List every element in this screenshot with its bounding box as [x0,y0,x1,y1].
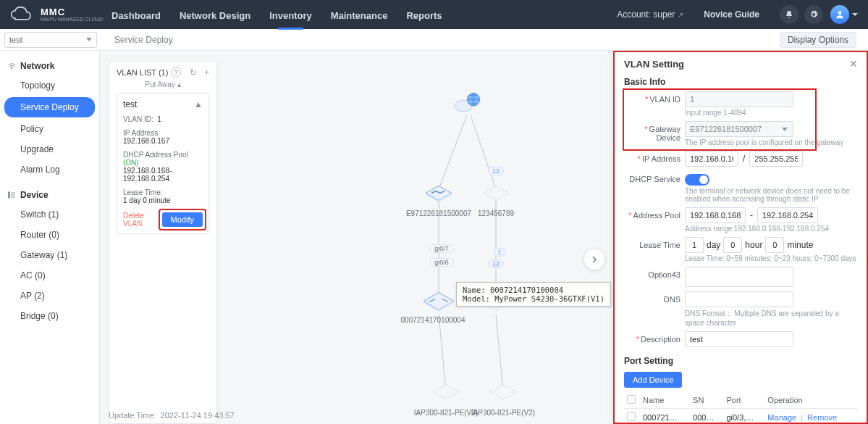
account-label[interactable]: Account: super ↗ [617,9,683,20]
vlan-setting-panel: VLAN Setting ✕ Basic Info *VLAN ID Input… [613,51,868,424]
link-badge-1: 1 [493,248,505,257]
help-icon[interactable]: ? [171,67,181,78]
basic-info-title: Basic Info [624,77,858,87]
sidebar-item-service-deploy[interactable]: Service Deploy [4,97,95,117]
link-badge-12a: 12 [488,167,504,175]
remove-link[interactable]: Remove [807,413,837,422]
sidebar-item-ac[interactable]: AC (0) [0,265,99,286]
add-icon[interactable]: + [204,67,209,78]
link-badge-12b: 12 [488,259,504,268]
dhcp-toggle[interactable] [685,174,709,186]
sidebar-item-upgrade[interactable]: Upgrade [0,139,99,159]
gateway-select[interactable] [685,121,793,137]
chevron-up-icon[interactable]: ▲ [194,99,203,109]
refresh-icon[interactable]: ↻ [190,67,197,78]
gear-icon[interactable] [804,5,823,24]
lease-hint: Lease Time: 0~59 minutes; 0~23 hours; 0~… [685,254,858,262]
sidebar-group-device[interactable]: Device [0,186,99,204]
svg-point-0 [838,11,842,14]
expand-panel-button[interactable] [584,249,604,270]
mask-input[interactable] [749,151,803,167]
ap2-label: IAP300-821-PE(V2) [471,409,535,417]
dns-hint: DNS Format： Multiple DNS are separated b… [685,309,858,327]
put-away-toggle[interactable]: Put Away [117,80,209,88]
sidebar-group-network[interactable]: Network [0,57,99,75]
menu-network-design[interactable]: Network Design [180,3,250,27]
ap-node-1-icon[interactable] [430,379,462,403]
dns-input[interactable] [685,291,793,307]
svg-rect-2 [9,192,10,194]
sidebar-item-router[interactable]: Router (0) [0,225,99,245]
lease-min-input[interactable] [765,237,784,253]
vlan-id-input[interactable] [685,91,793,107]
bell-icon[interactable] [780,5,799,24]
svg-marker-20 [424,293,454,310]
svg-marker-25 [490,385,516,399]
vlan-list-title: VLAN LIST (1) [117,68,168,77]
page-body: Network Topology Service Deploy Policy U… [0,51,868,424]
port-chip-gi06: gi0/6 [429,258,454,267]
vlan-card: test ▲ VLAN ID: 1 IP Address 192.168.0.1… [117,93,209,234]
top-nav: MMC MAIPU MANAGED CLOUD Dashboard Networ… [0,0,868,29]
sidebar-item-switch[interactable]: Switch (1) [0,204,99,225]
device-tooltip: Name: 0007214170100004 Model: MyPower S4… [456,282,611,307]
lease-hour-input[interactable] [723,237,742,253]
vlan-id-hint: Input range 1-4094 [685,109,858,117]
ap-node-2-icon[interactable] [487,379,519,403]
manage-link[interactable]: Manage [767,413,796,422]
ip-input[interactable] [685,151,738,167]
svg-marker-16 [426,186,452,201]
breadcrumb: Service Deploy [114,35,173,45]
vlan-card-name: test [123,99,137,109]
pool-hint: Address range:192.168.0.168-192.168.0.25… [685,225,858,233]
description-input[interactable] [685,331,793,347]
modify-button[interactable]: Modify [162,212,203,227]
topology-canvas[interactable]: E971226181500007 123456789 12 12 1 gi0/7… [217,61,613,424]
novice-guide[interactable]: Novice Guide [704,9,759,20]
menu-inventory[interactable]: Inventory [269,3,312,27]
internet-node-icon [453,91,484,119]
gateway-node-icon[interactable] [423,179,455,204]
svg-point-1 [12,69,12,70]
gateway-hint: The IP address pool is configured on the… [685,138,858,146]
main-menu: Dashboard Network Design Inventory Maint… [111,3,442,27]
option43-input[interactable] [685,267,793,287]
menu-dashboard[interactable]: Dashboard [111,3,161,27]
network-select[interactable]: test [4,32,97,48]
vlan-list-panel: VLAN LIST (1) ? ↻ + Put Away test ▲ VLAN… [109,61,217,424]
svg-marker-19 [483,186,509,201]
add-device-button[interactable]: Add Device [624,372,682,388]
caret-down-icon [852,13,858,16]
svg-rect-3 [9,194,10,196]
dhcp-hint: The terminal or network device does not … [685,187,858,203]
sidebar-item-gateway[interactable]: Gateway (1) [0,245,99,265]
port-chip-gi07: gi0/7 [429,244,454,253]
sidebar-item-topology[interactable]: Topology [0,75,99,96]
pool-from-input[interactable] [685,207,746,223]
row-checkbox[interactable] [627,412,636,421]
center-area: VLAN LIST (1) ? ↻ + Put Away test ▲ VLAN… [100,51,613,424]
svg-marker-24 [433,385,459,399]
switch-node-icon[interactable] [421,287,457,314]
device-2-label: 123456789 [478,209,514,217]
switch-label: 0007214170100004 [401,316,465,324]
close-icon[interactable]: ✕ [849,58,858,70]
sidebar-item-policy[interactable]: Policy [0,119,99,139]
brand-name: MMC [41,7,103,17]
user-menu[interactable] [830,5,858,24]
menu-reports[interactable]: Reports [406,3,442,27]
lease-day-input[interactable] [685,237,704,253]
device-node-2-icon[interactable] [480,179,512,204]
display-options-button[interactable]: Display Options [780,32,856,48]
device-list-icon [7,191,16,199]
pool-to-input[interactable] [757,207,818,223]
select-all-checkbox[interactable] [627,395,636,404]
sidebar-item-bridge[interactable]: Bridge (0) [0,306,99,326]
sidebar-item-alarm-log[interactable]: Alarm Log [0,159,99,180]
delete-vlan-link[interactable]: Delete VLAN [123,212,158,228]
menu-maintenance[interactable]: Maintenance [331,3,388,27]
sidebar-item-ap[interactable]: AP (2) [0,286,99,306]
update-time: Update Time: 2022-11-24 19:43:57 [109,411,235,420]
ap1-label: IAP300-821-PE(V2) [414,409,478,417]
gateway-label: E971226181500007 [406,209,471,217]
